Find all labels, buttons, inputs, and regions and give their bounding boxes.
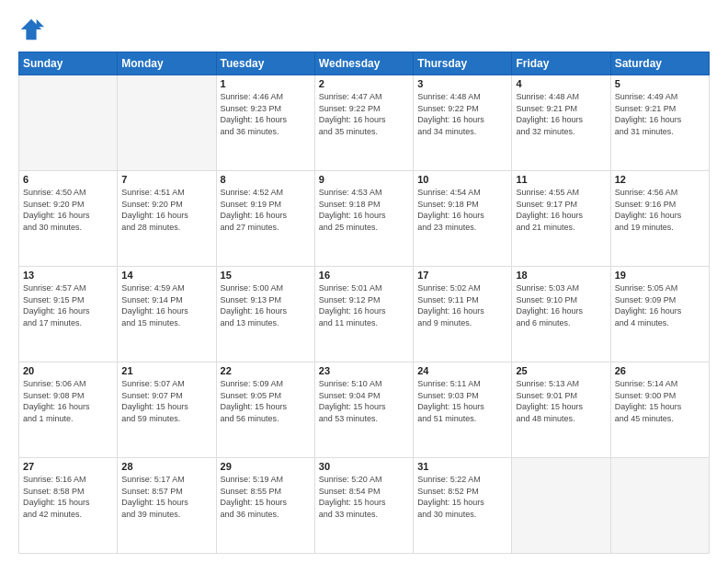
day-number: 16 [319, 270, 409, 281]
calendar-table: SundayMondayTuesdayWednesdayThursdayFrid… [18, 52, 710, 554]
day-number: 4 [516, 78, 606, 89]
day-info: Sunrise: 4:51 AM Sunset: 9:20 PM Dayligh… [121, 187, 211, 233]
day-number: 28 [121, 461, 211, 472]
day-number: 13 [23, 270, 113, 281]
day-number: 12 [615, 174, 705, 185]
calendar-cell: 30Sunrise: 5:20 AM Sunset: 8:54 PM Dayli… [314, 458, 413, 554]
day-info: Sunrise: 5:09 AM Sunset: 9:05 PM Dayligh… [221, 378, 311, 424]
day-info: Sunrise: 5:10 AM Sunset: 9:04 PM Dayligh… [319, 378, 409, 424]
day-number: 19 [615, 270, 705, 281]
day-info: Sunrise: 5:19 AM Sunset: 8:55 PM Dayligh… [221, 474, 311, 520]
weekday-header-thursday: Thursday [414, 52, 512, 75]
calendar-week-row: 1Sunrise: 4:46 AM Sunset: 9:23 PM Daylig… [19, 75, 710, 171]
calendar-week-row: 13Sunrise: 4:57 AM Sunset: 9:15 PM Dayli… [19, 267, 710, 362]
day-info: Sunrise: 4:54 AM Sunset: 9:18 PM Dayligh… [417, 187, 507, 233]
day-number: 14 [121, 270, 211, 281]
day-number: 21 [121, 365, 211, 376]
day-info: Sunrise: 4:49 AM Sunset: 9:21 PM Dayligh… [615, 91, 705, 137]
calendar-cell [512, 458, 610, 554]
calendar-cell: 26Sunrise: 5:14 AM Sunset: 9:00 PM Dayli… [610, 362, 709, 458]
day-number: 1 [221, 78, 311, 89]
calendar-cell [19, 75, 118, 171]
calendar-cell: 23Sunrise: 5:10 AM Sunset: 9:04 PM Dayli… [314, 362, 413, 458]
day-number: 15 [221, 270, 311, 281]
day-number: 17 [417, 270, 507, 281]
svg-marker-1 [37, 19, 44, 27]
calendar-cell: 25Sunrise: 5:13 AM Sunset: 9:01 PM Dayli… [512, 362, 610, 458]
day-info: Sunrise: 5:16 AM Sunset: 8:58 PM Dayligh… [23, 474, 113, 520]
day-info: Sunrise: 5:01 AM Sunset: 9:12 PM Dayligh… [319, 282, 409, 328]
day-info: Sunrise: 4:46 AM Sunset: 9:23 PM Dayligh… [221, 91, 311, 137]
calendar-cell: 15Sunrise: 5:00 AM Sunset: 9:13 PM Dayli… [216, 267, 314, 362]
weekday-header-saturday: Saturday [610, 52, 709, 75]
calendar-cell [118, 75, 216, 171]
day-info: Sunrise: 5:13 AM Sunset: 9:01 PM Dayligh… [516, 378, 606, 424]
day-number: 26 [615, 365, 705, 376]
weekday-header-sunday: Sunday [19, 52, 118, 75]
calendar-cell: 16Sunrise: 5:01 AM Sunset: 9:12 PM Dayli… [314, 267, 413, 362]
day-info: Sunrise: 4:59 AM Sunset: 9:14 PM Dayligh… [121, 282, 211, 328]
day-info: Sunrise: 4:48 AM Sunset: 9:21 PM Dayligh… [516, 91, 606, 137]
calendar-week-row: 20Sunrise: 5:06 AM Sunset: 9:08 PM Dayli… [19, 362, 710, 458]
day-info: Sunrise: 5:03 AM Sunset: 9:10 PM Dayligh… [516, 282, 606, 328]
calendar-cell: 12Sunrise: 4:56 AM Sunset: 9:16 PM Dayli… [610, 171, 709, 267]
day-number: 6 [23, 174, 113, 185]
logo-icon [18, 17, 44, 42]
day-info: Sunrise: 4:48 AM Sunset: 9:22 PM Dayligh… [417, 91, 507, 137]
calendar-cell: 21Sunrise: 5:07 AM Sunset: 9:07 PM Dayli… [118, 362, 216, 458]
day-number: 31 [417, 461, 507, 472]
day-info: Sunrise: 4:57 AM Sunset: 9:15 PM Dayligh… [23, 282, 113, 328]
day-info: Sunrise: 5:05 AM Sunset: 9:09 PM Dayligh… [615, 282, 705, 328]
calendar-cell: 9Sunrise: 4:53 AM Sunset: 9:18 PM Daylig… [314, 171, 413, 267]
weekday-header-tuesday: Tuesday [216, 52, 314, 75]
calendar-week-row: 6Sunrise: 4:50 AM Sunset: 9:20 PM Daylig… [19, 171, 710, 267]
weekday-header-friday: Friday [512, 52, 610, 75]
day-info: Sunrise: 5:20 AM Sunset: 8:54 PM Dayligh… [319, 474, 409, 520]
day-info: Sunrise: 4:52 AM Sunset: 9:19 PM Dayligh… [221, 187, 311, 233]
weekday-header-monday: Monday [118, 52, 216, 75]
day-number: 8 [221, 174, 311, 185]
day-info: Sunrise: 5:11 AM Sunset: 9:03 PM Dayligh… [417, 378, 507, 424]
header [18, 17, 710, 42]
day-number: 11 [516, 174, 606, 185]
day-info: Sunrise: 4:53 AM Sunset: 9:18 PM Dayligh… [319, 187, 409, 233]
day-number: 22 [221, 365, 311, 376]
calendar-cell: 2Sunrise: 4:47 AM Sunset: 9:22 PM Daylig… [314, 75, 413, 171]
weekday-header-row: SundayMondayTuesdayWednesdayThursdayFrid… [19, 52, 710, 75]
day-info: Sunrise: 4:50 AM Sunset: 9:20 PM Dayligh… [23, 187, 113, 233]
day-number: 10 [417, 174, 507, 185]
calendar-cell: 29Sunrise: 5:19 AM Sunset: 8:55 PM Dayli… [216, 458, 314, 554]
calendar-cell: 20Sunrise: 5:06 AM Sunset: 9:08 PM Dayli… [19, 362, 118, 458]
calendar-cell: 11Sunrise: 4:55 AM Sunset: 9:17 PM Dayli… [512, 171, 610, 267]
calendar-cell: 31Sunrise: 5:22 AM Sunset: 8:52 PM Dayli… [414, 458, 512, 554]
day-number: 9 [319, 174, 409, 185]
calendar-cell: 18Sunrise: 5:03 AM Sunset: 9:10 PM Dayli… [512, 267, 610, 362]
day-info: Sunrise: 5:14 AM Sunset: 9:00 PM Dayligh… [615, 378, 705, 424]
calendar-cell: 3Sunrise: 4:48 AM Sunset: 9:22 PM Daylig… [414, 75, 512, 171]
day-number: 29 [221, 461, 311, 472]
day-info: Sunrise: 5:02 AM Sunset: 9:11 PM Dayligh… [417, 282, 507, 328]
calendar-cell: 27Sunrise: 5:16 AM Sunset: 8:58 PM Dayli… [19, 458, 118, 554]
calendar-cell: 17Sunrise: 5:02 AM Sunset: 9:11 PM Dayli… [414, 267, 512, 362]
calendar-cell: 14Sunrise: 4:59 AM Sunset: 9:14 PM Dayli… [118, 267, 216, 362]
day-info: Sunrise: 4:55 AM Sunset: 9:17 PM Dayligh… [516, 187, 606, 233]
day-number: 23 [319, 365, 409, 376]
calendar-cell: 8Sunrise: 4:52 AM Sunset: 9:19 PM Daylig… [216, 171, 314, 267]
day-info: Sunrise: 5:00 AM Sunset: 9:13 PM Dayligh… [221, 282, 311, 328]
day-number: 2 [319, 78, 409, 89]
calendar-cell: 22Sunrise: 5:09 AM Sunset: 9:05 PM Dayli… [216, 362, 314, 458]
calendar-cell: 10Sunrise: 4:54 AM Sunset: 9:18 PM Dayli… [414, 171, 512, 267]
day-info: Sunrise: 5:17 AM Sunset: 8:57 PM Dayligh… [121, 474, 211, 520]
calendar-cell: 13Sunrise: 4:57 AM Sunset: 9:15 PM Dayli… [19, 267, 118, 362]
calendar-cell: 24Sunrise: 5:11 AM Sunset: 9:03 PM Dayli… [414, 362, 512, 458]
calendar-cell: 4Sunrise: 4:48 AM Sunset: 9:21 PM Daylig… [512, 75, 610, 171]
calendar-cell: 19Sunrise: 5:05 AM Sunset: 9:09 PM Dayli… [610, 267, 709, 362]
calendar-cell: 1Sunrise: 4:46 AM Sunset: 9:23 PM Daylig… [216, 75, 314, 171]
day-info: Sunrise: 4:47 AM Sunset: 9:22 PM Dayligh… [319, 91, 409, 137]
calendar-cell: 6Sunrise: 4:50 AM Sunset: 9:20 PM Daylig… [19, 171, 118, 267]
calendar-cell: 28Sunrise: 5:17 AM Sunset: 8:57 PM Dayli… [118, 458, 216, 554]
day-number: 25 [516, 365, 606, 376]
day-info: Sunrise: 5:22 AM Sunset: 8:52 PM Dayligh… [417, 474, 507, 520]
day-info: Sunrise: 5:06 AM Sunset: 9:08 PM Dayligh… [23, 378, 113, 424]
calendar-cell: 5Sunrise: 4:49 AM Sunset: 9:21 PM Daylig… [610, 75, 709, 171]
